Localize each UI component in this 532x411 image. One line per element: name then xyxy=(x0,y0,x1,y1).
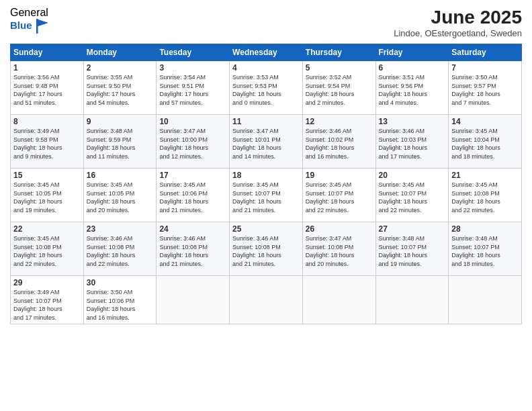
calendar-day-header: Thursday xyxy=(302,44,375,61)
day-number: 2 xyxy=(87,63,154,73)
day-number: 18 xyxy=(232,171,300,180)
calendar-day-header: Tuesday xyxy=(157,44,230,61)
day-info: Sunrise: 3:50 AM Sunset: 10:06 PM Daylig… xyxy=(87,288,154,322)
day-number: 21 xyxy=(451,171,519,180)
day-info: Sunrise: 3:46 AM Sunset: 10:03 PM Daylig… xyxy=(379,127,446,161)
day-info: Sunrise: 3:45 AM Sunset: 10:05 PM Daylig… xyxy=(13,181,81,214)
day-info: Sunrise: 3:45 AM Sunset: 10:05 PM Daylig… xyxy=(87,181,154,214)
day-number: 4 xyxy=(232,63,300,73)
calendar-week-row: 8Sunrise: 3:49 AM Sunset: 9:58 PM Daylig… xyxy=(11,115,522,169)
calendar-day-cell: 4Sunrise: 3:53 AM Sunset: 9:53 PM Daylig… xyxy=(230,61,303,115)
day-info: Sunrise: 3:56 AM Sunset: 9:48 PM Dayligh… xyxy=(13,73,81,107)
calendar-day-cell: 17Sunrise: 3:45 AM Sunset: 10:06 PM Dayl… xyxy=(157,169,230,222)
day-info: Sunrise: 3:47 AM Sunset: 10:00 PM Daylig… xyxy=(159,127,226,161)
calendar-week-row: 15Sunrise: 3:45 AM Sunset: 10:05 PM Dayl… xyxy=(11,169,522,222)
calendar-day-cell: 16Sunrise: 3:45 AM Sunset: 10:05 PM Dayl… xyxy=(83,169,157,222)
calendar-day-cell: 21Sunrise: 3:45 AM Sunset: 10:08 PM Dayl… xyxy=(449,169,522,222)
subtitle: Lindoe, OEstergoetland, Sweden xyxy=(394,28,522,38)
day-number: 22 xyxy=(13,224,81,234)
day-info: Sunrise: 3:45 AM Sunset: 10:06 PM Daylig… xyxy=(159,181,226,214)
day-info: Sunrise: 3:46 AM Sunset: 10:08 PM Daylig… xyxy=(159,234,226,268)
calendar-day-cell: 9Sunrise: 3:48 AM Sunset: 9:59 PM Daylig… xyxy=(83,115,157,169)
svg-marker-0 xyxy=(36,19,48,27)
day-number: 19 xyxy=(306,171,373,180)
day-number: 25 xyxy=(232,224,300,234)
calendar-day-cell: 12Sunrise: 3:46 AM Sunset: 10:02 PM Dayl… xyxy=(302,115,375,169)
page: General Blue June 2025 Lindoe, OEstergoe… xyxy=(0,0,532,411)
day-info: Sunrise: 3:45 AM Sunset: 10:08 PM Daylig… xyxy=(451,181,519,214)
day-number: 15 xyxy=(13,171,81,180)
day-info: Sunrise: 3:47 AM Sunset: 10:08 PM Daylig… xyxy=(306,234,373,268)
day-number: 16 xyxy=(87,171,154,180)
day-number: 23 xyxy=(87,224,154,234)
day-number: 3 xyxy=(159,63,226,73)
calendar-day-cell: 5Sunrise: 3:52 AM Sunset: 9:54 PM Daylig… xyxy=(302,61,375,115)
day-number: 28 xyxy=(451,224,519,234)
calendar-day-cell: 28Sunrise: 3:48 AM Sunset: 10:07 PM Dayl… xyxy=(449,222,522,276)
day-number: 10 xyxy=(159,117,226,126)
day-number: 6 xyxy=(379,63,446,73)
calendar-day-cell: 10Sunrise: 3:47 AM Sunset: 10:00 PM Dayl… xyxy=(157,115,230,169)
title-section: June 2025 Lindoe, OEstergoetland, Sweden xyxy=(394,7,522,38)
calendar-day-header: Friday xyxy=(375,44,449,61)
calendar-day-cell: 29Sunrise: 3:49 AM Sunset: 10:07 PM Dayl… xyxy=(11,276,84,324)
calendar-day-cell: 18Sunrise: 3:45 AM Sunset: 10:07 PM Dayl… xyxy=(230,169,303,222)
day-info: Sunrise: 3:49 AM Sunset: 10:07 PM Daylig… xyxy=(13,288,81,322)
svg-rect-1 xyxy=(36,19,38,34)
calendar-day-cell: 13Sunrise: 3:46 AM Sunset: 10:03 PM Dayl… xyxy=(375,115,449,169)
logo-text: General Blue xyxy=(10,7,48,34)
day-info: Sunrise: 3:54 AM Sunset: 9:51 PM Dayligh… xyxy=(159,73,226,107)
day-number: 9 xyxy=(87,117,154,126)
calendar-day-header: Monday xyxy=(83,44,157,61)
day-info: Sunrise: 3:55 AM Sunset: 9:50 PM Dayligh… xyxy=(87,73,154,107)
calendar-week-row: 22Sunrise: 3:45 AM Sunset: 10:08 PM Dayl… xyxy=(11,222,522,276)
logo-blue: Blue xyxy=(10,19,48,34)
day-info: Sunrise: 3:45 AM Sunset: 10:07 PM Daylig… xyxy=(306,181,373,214)
logo: General Blue xyxy=(10,7,48,34)
calendar-day-cell: 24Sunrise: 3:46 AM Sunset: 10:08 PM Dayl… xyxy=(157,222,230,276)
day-number: 7 xyxy=(451,63,519,73)
day-number: 5 xyxy=(306,63,373,73)
day-info: Sunrise: 3:46 AM Sunset: 10:02 PM Daylig… xyxy=(306,127,373,161)
day-info: Sunrise: 3:46 AM Sunset: 10:08 PM Daylig… xyxy=(87,234,154,268)
day-info: Sunrise: 3:46 AM Sunset: 10:08 PM Daylig… xyxy=(232,234,300,268)
day-info: Sunrise: 3:47 AM Sunset: 10:01 PM Daylig… xyxy=(232,127,300,161)
day-info: Sunrise: 3:52 AM Sunset: 9:54 PM Dayligh… xyxy=(306,73,373,107)
day-number: 8 xyxy=(13,117,81,126)
day-number: 11 xyxy=(232,117,300,126)
day-number: 13 xyxy=(379,117,446,126)
day-info: Sunrise: 3:53 AM Sunset: 9:53 PM Dayligh… xyxy=(232,73,300,107)
calendar-day-cell: 3Sunrise: 3:54 AM Sunset: 9:51 PM Daylig… xyxy=(157,61,230,115)
calendar-day-cell: 25Sunrise: 3:46 AM Sunset: 10:08 PM Dayl… xyxy=(230,222,303,276)
calendar-day-header: Wednesday xyxy=(230,44,303,61)
calendar-day-cell: 15Sunrise: 3:45 AM Sunset: 10:05 PM Dayl… xyxy=(11,169,84,222)
day-info: Sunrise: 3:45 AM Sunset: 10:04 PM Daylig… xyxy=(451,127,519,161)
calendar-day-cell: 22Sunrise: 3:45 AM Sunset: 10:08 PM Dayl… xyxy=(11,222,84,276)
day-number: 17 xyxy=(159,171,226,180)
calendar-table: SundayMondayTuesdayWednesdayThursdayFrid… xyxy=(10,44,522,324)
calendar-day-cell xyxy=(230,276,303,324)
day-info: Sunrise: 3:50 AM Sunset: 9:57 PM Dayligh… xyxy=(451,73,519,107)
day-info: Sunrise: 3:48 AM Sunset: 10:07 PM Daylig… xyxy=(451,234,519,268)
calendar-day-cell xyxy=(157,276,230,324)
day-info: Sunrise: 3:45 AM Sunset: 10:07 PM Daylig… xyxy=(232,181,300,214)
calendar-day-header: Saturday xyxy=(449,44,522,61)
calendar-day-cell: 2Sunrise: 3:55 AM Sunset: 9:50 PM Daylig… xyxy=(83,61,157,115)
day-number: 26 xyxy=(306,224,373,234)
day-number: 29 xyxy=(13,278,81,287)
logo-general: General xyxy=(10,7,48,19)
calendar-day-cell: 1Sunrise: 3:56 AM Sunset: 9:48 PM Daylig… xyxy=(11,61,84,115)
calendar-day-cell: 14Sunrise: 3:45 AM Sunset: 10:04 PM Dayl… xyxy=(449,115,522,169)
day-info: Sunrise: 3:45 AM Sunset: 10:07 PM Daylig… xyxy=(379,181,446,214)
header: General Blue June 2025 Lindoe, OEstergoe… xyxy=(10,7,522,38)
calendar-day-cell xyxy=(449,276,522,324)
calendar-day-cell: 11Sunrise: 3:47 AM Sunset: 10:01 PM Dayl… xyxy=(230,115,303,169)
day-number: 1 xyxy=(13,63,81,73)
calendar-day-cell: 30Sunrise: 3:50 AM Sunset: 10:06 PM Dayl… xyxy=(83,276,157,324)
day-info: Sunrise: 3:49 AM Sunset: 9:58 PM Dayligh… xyxy=(13,127,81,161)
calendar-day-cell: 23Sunrise: 3:46 AM Sunset: 10:08 PM Dayl… xyxy=(83,222,157,276)
day-number: 30 xyxy=(87,278,154,287)
day-number: 12 xyxy=(306,117,373,126)
calendar-day-header: Sunday xyxy=(11,44,84,61)
calendar-week-row: 1Sunrise: 3:56 AM Sunset: 9:48 PM Daylig… xyxy=(11,61,522,115)
